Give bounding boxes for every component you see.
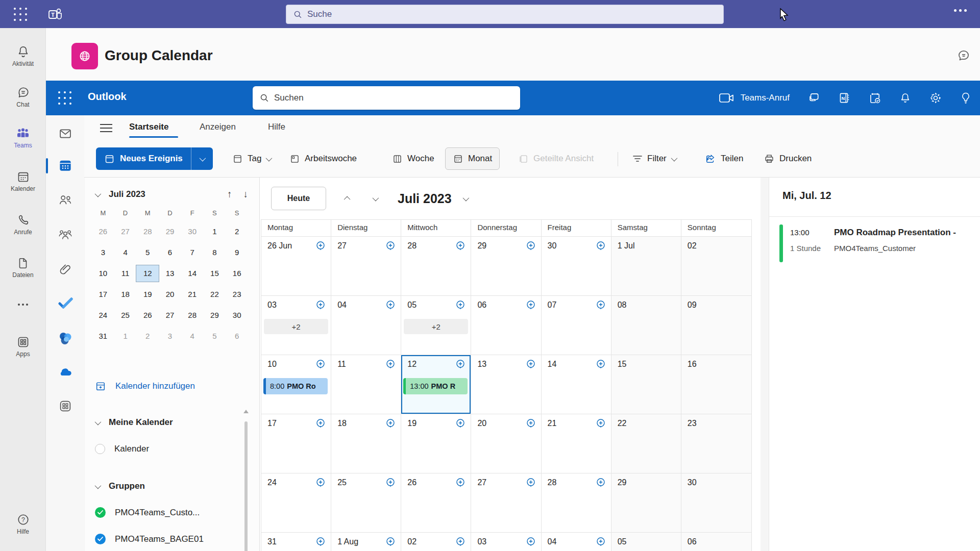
module-mail-icon[interactable]	[46, 127, 84, 141]
outlook-brand[interactable]: Outlook	[88, 91, 127, 103]
add-event-pin-icon[interactable]	[385, 478, 396, 488]
mini-day[interactable]: 6	[159, 244, 181, 261]
chat-multiple-icon[interactable]	[807, 91, 820, 105]
mini-day[interactable]: 6	[226, 328, 248, 344]
day-cell[interactable]: 14	[542, 355, 611, 414]
mini-day[interactable]: 15	[204, 265, 226, 282]
settings-gear-icon[interactable]	[929, 91, 942, 105]
outlook-search-input[interactable]: Suchen	[253, 86, 520, 110]
mini-day[interactable]: 20	[159, 286, 181, 303]
add-event-pin-icon[interactable]	[596, 241, 606, 252]
mini-day[interactable]: 2	[226, 223, 248, 240]
next-month-icon[interactable]	[373, 194, 379, 201]
sidebar-item-teams[interactable]: Teams	[0, 127, 46, 149]
day-cell[interactable]: 03	[471, 533, 541, 551]
details-event-item[interactable]: 13:00 1 Stunde PMO Roadmap Presentation …	[779, 224, 978, 262]
mini-day[interactable]: 16	[226, 265, 248, 282]
day-cell[interactable]: 06	[471, 296, 541, 355]
mini-day[interactable]: 26	[136, 307, 159, 323]
add-event-pin-icon[interactable]	[385, 418, 396, 429]
mini-day[interactable]: 10	[92, 265, 114, 282]
day-cell[interactable]: 28	[401, 237, 471, 295]
sidebar-item-calendar[interactable]: Kalender	[0, 170, 46, 192]
onenote-icon[interactable]: N	[838, 91, 851, 105]
sidebar-item-activity[interactable]: Aktivität	[0, 45, 46, 67]
scrollbar-thumb[interactable]	[244, 421, 248, 551]
day-cell[interactable]: 08	[611, 296, 681, 355]
module-groups-icon[interactable]	[46, 228, 84, 242]
day-cell[interactable]: 28	[542, 473, 611, 532]
add-event-pin-icon[interactable]	[526, 537, 536, 547]
day-cell[interactable]: 108:00PMO Ro	[261, 355, 331, 414]
mini-day[interactable]: 22	[204, 286, 226, 303]
mini-calendar-title[interactable]: Juli 2023	[109, 189, 145, 199]
print-button[interactable]: Drucken	[764, 147, 812, 170]
day-cell[interactable]: 27	[331, 237, 401, 295]
mini-day[interactable]: 28	[181, 307, 204, 323]
day-cell[interactable]: 27	[471, 473, 541, 532]
module-onedrive-icon[interactable]	[46, 366, 84, 378]
view-month-button[interactable]: Monat	[445, 147, 500, 170]
add-event-pin-icon[interactable]	[526, 478, 536, 488]
new-event-dropdown[interactable]	[191, 147, 213, 170]
mini-day[interactable]: 8	[204, 244, 226, 261]
prev-month-icon[interactable]	[344, 196, 351, 203]
event-chip[interactable]: 13:00PMO R	[403, 378, 468, 394]
scrollbar-up-arrow[interactable]	[243, 410, 249, 413]
add-event-pin-icon[interactable]	[526, 359, 536, 370]
add-event-pin-icon[interactable]	[315, 418, 326, 429]
mini-day[interactable]: 9	[226, 244, 248, 261]
month-picker-chevron[interactable]	[462, 194, 469, 201]
mini-day[interactable]: 27	[159, 307, 181, 323]
group-item-customer[interactable]: PMO4Teams_Custo...	[95, 507, 200, 518]
event-chip[interactable]: 8:00PMO Ro	[263, 378, 328, 394]
mini-day[interactable]: 23	[226, 286, 248, 303]
outlook-waffle-icon[interactable]	[58, 91, 72, 105]
add-event-pin-icon[interactable]	[315, 241, 326, 252]
checked-circle-blue[interactable]	[95, 534, 106, 544]
new-event-button[interactable]: Neues Ereignis	[96, 147, 213, 170]
day-cell[interactable]: 21	[542, 414, 611, 473]
day-cell[interactable]: 26 Jun	[261, 237, 331, 295]
today-button[interactable]: Heute	[271, 187, 326, 210]
add-event-pin-icon[interactable]	[455, 241, 465, 252]
day-cell[interactable]: 13	[471, 355, 541, 414]
day-cell[interactable]: 04	[331, 296, 401, 355]
add-event-pin-icon[interactable]	[455, 300, 465, 311]
mini-day[interactable]: 3	[92, 244, 114, 261]
add-event-pin-icon[interactable]	[315, 478, 326, 488]
sidebar-item-help[interactable]: ? Hilfe	[0, 513, 46, 535]
lightbulb-icon[interactable]	[960, 91, 972, 105]
add-event-pin-icon[interactable]	[385, 537, 396, 547]
mini-day[interactable]: 19	[136, 286, 159, 303]
day-cell[interactable]: 23	[681, 414, 751, 473]
module-calendar-icon[interactable]	[46, 158, 84, 173]
add-event-pin-icon[interactable]	[596, 300, 606, 311]
module-attachments-icon[interactable]	[46, 262, 84, 277]
sidebar-item-files[interactable]: Dateien	[0, 257, 46, 279]
add-event-pin-icon[interactable]	[385, 359, 396, 370]
mini-calendar-next-icon[interactable]: ↓	[243, 189, 249, 200]
notifications-bell-icon[interactable]	[899, 92, 912, 105]
day-cell[interactable]: 18	[331, 414, 401, 473]
module-people-icon[interactable]	[46, 193, 84, 207]
calendar-unchecked-circle[interactable]	[95, 444, 105, 454]
day-cell[interactable]: 1 Aug	[331, 533, 401, 551]
mini-day[interactable]: 11	[114, 265, 137, 282]
mini-day[interactable]: 26	[92, 223, 114, 240]
mini-day[interactable]: 1	[204, 223, 226, 240]
day-cell[interactable]: 22	[611, 414, 681, 473]
add-event-pin-icon[interactable]	[315, 300, 326, 311]
more-events-chip[interactable]: +2	[264, 319, 328, 334]
view-workweek-button[interactable]: Arbeitswoche	[289, 147, 357, 170]
day-cell[interactable]: 29	[471, 237, 541, 295]
filter-button[interactable]: Filter	[632, 147, 676, 170]
share-button[interactable]: Teilen	[705, 147, 743, 170]
day-cell[interactable]: 20	[471, 414, 541, 473]
day-cell[interactable]: 19	[401, 414, 471, 473]
tab-anzeigen[interactable]: Anzeigen	[200, 122, 236, 132]
mini-day[interactable]: 31	[92, 328, 114, 344]
day-cell[interactable]: 30	[681, 473, 751, 532]
day-cell[interactable]: 11	[331, 355, 401, 414]
module-more-apps-icon[interactable]	[46, 399, 84, 413]
